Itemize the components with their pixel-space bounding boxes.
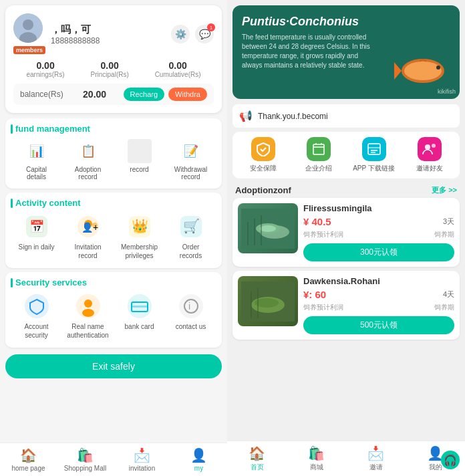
bankcard-label: bank card [114,322,165,331]
adopt-btn-1[interactable]: 300元认领 [303,243,454,261]
activity-invitation[interactable]: 👤+ Invitationrecord [62,213,114,260]
activity-orders[interactable]: 🛒 Orderrecords [165,213,216,260]
left-panel: members ，吗，可 18888888888 ⚙️ 💬 1 0.00 ear… [0,0,227,476]
nav-shopping-label: Shopping Mall [64,465,106,472]
capital-label: Capitaldetails [11,166,62,181]
activity-membership[interactable]: 👑 Membershipprivileges [114,213,165,260]
settings-icon[interactable]: ⚙️ [171,25,190,43]
stat-earnings-label: earnings(Rs) [26,71,64,78]
nav-right-invite-label: 邀请 [369,463,383,472]
signin-label: Sign in daily [11,243,62,251]
quick-link-app[interactable]: APP 下载链接 [346,137,402,173]
notification-icon[interactable]: 💬 1 [195,25,214,43]
fish-product-1-days: 3天 [443,217,454,227]
nav-home[interactable]: 🏠 home page [0,447,57,472]
fish-product-1: Fliressusmingila ¥ 40.5 3天 饲养预计利润 饲养期 30… [232,198,460,267]
company-link-label: 企业介绍 [291,164,346,173]
activity-title: Activity content [5,193,222,211]
stat-cumulative: 0.00 Cumulative(Rs) [155,60,201,78]
fund-item-adoption[interactable]: 📋 Adoptionrecord [62,139,114,181]
fish-product-2-info: Dawkensia.Rohani ¥: 60 4天 饲养预计利润 饲养期 500… [303,276,454,334]
quick-link-company[interactable]: 企业介绍 [291,137,346,173]
nav-right-home[interactable]: 🏠 首页 [227,445,287,472]
svg-point-34 [425,144,430,150]
fund-item-withdrawal[interactable]: 📝 Withdrawalrecord [165,139,216,181]
fund-item-capital[interactable]: 📊 Capitaldetails [11,139,62,181]
nav-right-mall[interactable]: 🛍️ 商城 [287,445,346,472]
fish-product-2-days: 4天 [443,289,454,300]
stat-earnings-value: 0.00 [26,60,64,71]
fish-illustration [393,45,453,92]
svg-rect-19 [132,306,148,308]
fish-product-1-img [238,203,298,253]
fish-card-watermark: kikifish [438,88,456,95]
fish-card-desc: The feed temperature is usually controll… [242,33,375,70]
bottom-nav-right: 🏠 首页 🛍️ 商城 📩 邀请 👤 我的 [227,441,465,476]
nav-right-mall-label: 商城 [310,463,323,472]
nav-shopping[interactable]: 🛍️ Shopping Mall [57,447,114,472]
security-section: Security services Accountsecurity Real n… [5,272,222,348]
adopt-btn-2[interactable]: 500元认领 [303,316,454,334]
withdraw-button[interactable]: Withdra [168,88,207,101]
bankcard-icon [126,293,153,320]
nav-my-label: my [194,465,203,472]
fish-product-1-sublabel1: 饲养预计利润 [303,230,343,239]
security-contact[interactable]: i contact us [165,293,216,340]
contact-icon: i [178,293,204,320]
withdrawal-icon: 📝 [179,139,203,163]
capital-icon: 📊 [25,139,49,163]
quick-link-invite[interactable]: 邀请好友 [402,137,457,173]
fish-product-2-sublabel2: 饲养期 [434,303,454,312]
members-badge: members [13,46,45,54]
fish-product-2-price: ¥: 60 [303,289,326,300]
nav-invitation[interactable]: 📩 invitation [114,447,170,472]
adoption-title: Adoptionzonf [235,185,291,195]
membership-icon: 👑 [126,213,153,240]
nav-my[interactable]: 👤 my [170,447,227,472]
nav-invitation-label: invitation [129,465,155,472]
exit-button[interactable]: Exit safely [5,354,222,378]
svg-text:🛒: 🛒 [183,218,200,234]
activity-signin[interactable]: 📅 Sign in daily [11,213,62,260]
svg-point-16 [82,309,94,317]
nav-right-home-label: 首页 [251,463,264,472]
invite-link-label: 邀请好友 [402,164,457,173]
fund-management-title: fund management [5,118,222,136]
balance-row: balance(Rs) 20.00 Recharg Withdra [13,84,214,105]
bottom-nav-left: 🏠 home page 🛍️ Shopping Mall 📩 invitatio… [0,443,227,476]
fund-item-record[interactable]: record [114,139,165,181]
quick-link-security[interactable]: 安全保障 [235,137,291,173]
more-link[interactable]: 更多 >> [432,185,457,195]
svg-point-35 [432,144,436,148]
fish-product-2: Dawkensia.Rohani ¥: 60 4天 饲养预计利润 饲养期 500… [232,271,460,340]
record-label: record [114,166,165,173]
fish-card-title: Puntius·Conchonius [242,15,450,29]
svg-point-25 [436,66,440,70]
security-realname[interactable]: Real nameauthentication [62,293,114,340]
notif-badge: 1 [207,23,215,31]
fish-product-1-name: Fliressusmingila [303,203,454,213]
fish-product-2-sublabel1: 饲养预计利润 [303,303,343,312]
adoption-label: Adoptionrecord [62,166,114,181]
security-account[interactable]: Accountsecurity [11,293,62,340]
svg-point-24 [404,62,442,80]
fish-product-1-sublabel2: 饲养期 [434,230,454,239]
announce-text: Thank.you.f.becomi [258,112,328,121]
right-home-icon: 🏠 [249,445,265,461]
svg-text:👑: 👑 [132,218,148,234]
right-mall-icon: 🛍️ [308,445,325,461]
fish-product-1-price: ¥ 40.5 [303,216,331,227]
activity-section: Activity content 📅 Sign in daily 👤+ Invi… [5,193,222,268]
stat-principal-value: 0.00 [91,60,129,71]
adoption-icon: 📋 [76,139,100,163]
security-bankcard[interactable]: bank card [114,293,165,340]
right-invite-icon: 📩 [367,445,384,461]
stat-cumulative-value: 0.00 [155,60,201,71]
record-icon [128,139,152,163]
orders-icon: 🛒 [178,213,204,240]
nav-right-invite[interactable]: 📩 邀请 [346,445,406,472]
recharge-button[interactable]: Recharg [124,88,165,101]
balance-label: balance(Rs) [20,90,63,99]
realname-icon [75,293,102,320]
fish-card: Puntius·Conchonius The feed temperature … [232,5,460,99]
